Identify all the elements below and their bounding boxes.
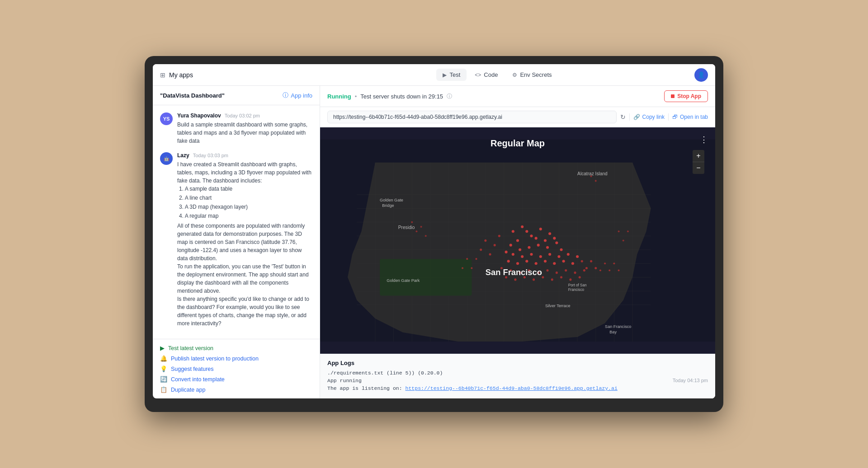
lazy-avatar-icon: 🤖	[164, 156, 169, 161]
svg-point-96	[609, 270, 610, 271]
svg-point-53	[507, 260, 510, 262]
svg-point-77	[556, 271, 558, 274]
svg-point-44	[560, 248, 562, 251]
svg-point-63	[494, 244, 496, 246]
svg-point-28	[512, 230, 514, 233]
log-prefix: The app is listening on:	[327, 385, 406, 391]
svg-text:Port of San: Port of San	[568, 283, 587, 287]
svg-point-51	[557, 255, 560, 258]
svg-point-55	[525, 260, 528, 262]
external-link-icon: 🗗	[672, 114, 678, 120]
open-in-tab-button[interactable]: 🗗 Open in tab	[672, 114, 708, 120]
run-info-icon: ⓘ	[447, 93, 452, 100]
svg-point-70	[594, 267, 597, 269]
svg-rect-27	[380, 259, 472, 295]
template-action[interactable]: 🔄 Convert into template	[160, 376, 312, 383]
avatar[interactable]: 👤	[694, 68, 708, 82]
duplicate-icon: 📋	[160, 386, 167, 393]
svg-point-39	[519, 248, 521, 251]
list-item-2: 2. A line chart	[179, 194, 312, 202]
copy-link-button[interactable]: 🔗 Copy link	[633, 114, 665, 120]
my-apps-label[interactable]: My apps	[169, 71, 193, 79]
svg-point-34	[539, 228, 542, 230]
grid-icon: ⊞	[160, 71, 165, 79]
refresh-icon[interactable]: ↻	[620, 113, 626, 121]
svg-point-49	[539, 255, 542, 258]
log-text-1: ./requirements.txt (line 5)) (0.20.0)	[327, 370, 443, 376]
tab-test[interactable]: ▶ Test	[436, 69, 467, 81]
svg-point-82	[514, 278, 516, 281]
app-info-button[interactable]: ⓘ App info	[283, 91, 312, 99]
svg-point-68	[585, 267, 588, 269]
zoom-out-button[interactable]: −	[693, 162, 704, 174]
lazy-msg-text: I have created a Streamlit dashboard wit…	[177, 160, 312, 328]
svg-point-29	[521, 225, 524, 228]
running-status: Running	[327, 93, 351, 100]
svg-point-88	[569, 278, 571, 281]
suggest-action[interactable]: 💡 Suggest features	[160, 365, 312, 372]
run-status: Running • Test server shuts down in 29:1…	[327, 93, 452, 100]
svg-point-91	[471, 267, 472, 269]
svg-point-61	[576, 255, 579, 258]
svg-point-107	[595, 180, 597, 182]
svg-point-102	[425, 235, 427, 237]
app-logs: App Logs ./requirements.txt (line 5)) (0…	[320, 354, 715, 398]
main-content: "DataVista Dashboard" ⓘ App info YS Yura…	[153, 86, 715, 398]
svg-point-37	[553, 237, 556, 239]
lazy-avatar: 🤖	[160, 152, 173, 165]
svg-point-93	[462, 267, 463, 269]
svg-point-79	[574, 271, 576, 274]
svg-point-50	[548, 253, 551, 256]
stop-icon	[671, 94, 675, 98]
test-version-action[interactable]: ▶ Test latest version	[160, 345, 312, 351]
log-time-2: Today 04:13 pm	[673, 378, 708, 383]
url-input[interactable]	[327, 111, 617, 123]
svg-point-101	[420, 226, 422, 228]
play-icon: ▶	[443, 72, 447, 78]
map-zoom-controls: + −	[693, 150, 704, 174]
svg-point-104	[623, 239, 624, 241]
list-item-1: 1. A sample data table	[179, 185, 312, 193]
svg-point-99	[411, 221, 413, 223]
svg-point-76	[547, 269, 549, 271]
convert-icon: 🔄	[160, 376, 167, 383]
svg-text:San Francisco: San Francisco	[605, 324, 631, 329]
suggest-label: Suggest features	[171, 366, 214, 372]
log-link[interactable]: https://testing--6b40b71c-f65d-44d9-aba0…	[406, 385, 618, 391]
user-msg-header: Yura Shapovalov Today 03:02 pm	[177, 112, 312, 119]
stop-app-button[interactable]: Stop App	[664, 90, 708, 102]
tab-code[interactable]: <> Code	[468, 69, 504, 81]
left-panel: "DataVista Dashboard" ⓘ App info YS Yura…	[153, 86, 320, 398]
svg-point-84	[533, 278, 535, 281]
svg-point-97	[613, 262, 615, 264]
publish-action[interactable]: 🔔 Publish latest version to production	[160, 355, 312, 362]
chat-message-user: YS Yura Shapovalov Today 03:02 pm Build …	[160, 112, 312, 145]
key-icon: ⚙	[512, 72, 517, 78]
log-text-2: App running	[327, 378, 362, 384]
duplicate-action[interactable]: 📋 Duplicate app	[160, 386, 312, 393]
svg-point-62	[498, 235, 500, 237]
stop-label: Stop App	[677, 93, 701, 99]
zoom-in-button[interactable]: +	[693, 150, 704, 162]
svg-point-31	[516, 239, 519, 242]
svg-point-86	[551, 278, 553, 281]
log-entry-3: The app is listening on: https://testing…	[327, 385, 708, 391]
svg-point-30	[530, 234, 533, 237]
open-in-tab-label: Open in tab	[680, 114, 708, 120]
map-more-button[interactable]: ⋮	[700, 135, 708, 145]
svg-point-45	[505, 251, 508, 253]
tab-env-label: Env Secrets	[520, 71, 552, 78]
svg-point-100	[415, 230, 417, 232]
log-entry-1: ./requirements.txt (line 5)) (0.20.0)	[327, 370, 708, 376]
svg-text:Presidio: Presidio	[398, 225, 415, 230]
user-avatar: YS	[160, 112, 173, 125]
map-title: Regular Map	[491, 138, 545, 149]
svg-point-94	[599, 270, 601, 271]
lazy-intro: I have created a Streamlit dashboard wit…	[177, 161, 311, 184]
lazy-author: Lazy	[177, 152, 189, 159]
tab-env[interactable]: ⚙ Env Secrets	[506, 69, 558, 81]
user-msg-text: Build a sample streamlit dashboard with …	[177, 121, 312, 145]
run-bar: Running • Test server shuts down in 29:1…	[320, 86, 715, 107]
svg-point-32	[525, 230, 528, 233]
info-circle-icon: ⓘ	[283, 91, 288, 99]
